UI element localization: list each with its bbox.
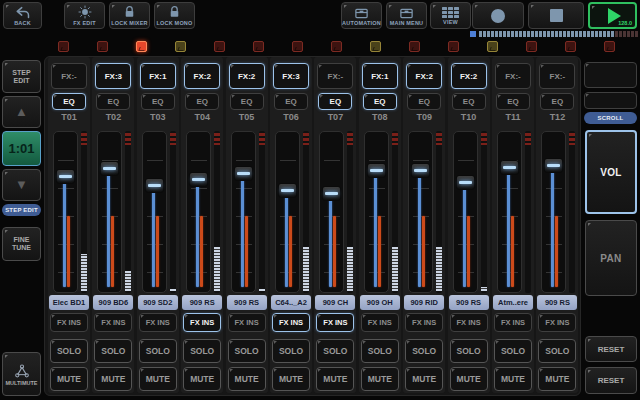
sample-name-badge[interactable]: Elec BD1	[49, 295, 89, 310]
eq-button[interactable]: EQ	[363, 93, 397, 110]
volume-fader[interactable]	[364, 131, 389, 293]
track-pad-indicator[interactable]	[214, 41, 225, 52]
solo-button[interactable]: SOLO	[494, 339, 532, 363]
stop-button[interactable]	[528, 2, 584, 29]
track-pad-indicator[interactable]	[253, 41, 264, 52]
fx-select-button[interactable]: FX:1	[362, 63, 398, 89]
fx-ins-button[interactable]: FX INS	[538, 313, 576, 332]
solo-button[interactable]: SOLO	[139, 339, 177, 363]
pan-mode-button[interactable]: PAN	[585, 220, 637, 296]
fader-handle[interactable]	[322, 186, 341, 201]
track-pad-indicator[interactable]	[331, 41, 342, 52]
volume-fader[interactable]	[319, 131, 344, 293]
reset-bottom-button[interactable]: RESET	[585, 367, 637, 394]
fx-ins-button[interactable]: FX INS	[405, 313, 443, 332]
automation-button[interactable]: AUTOMATION	[341, 2, 382, 29]
fader-handle[interactable]	[234, 166, 253, 181]
fx-ins-button[interactable]: FX INS	[50, 313, 88, 332]
record-button[interactable]	[472, 2, 524, 29]
step-up-button[interactable]: ▲	[2, 96, 41, 128]
fx-ins-button[interactable]: FX INS	[139, 313, 177, 332]
mute-button[interactable]: MUTE	[228, 367, 266, 391]
volume-fader[interactable]	[142, 131, 167, 293]
solo-button[interactable]: SOLO	[450, 339, 488, 363]
fx-ins-button[interactable]: FX INS	[228, 313, 266, 332]
sample-name-badge[interactable]: 909 RID	[404, 295, 444, 310]
volume-fader[interactable]	[186, 131, 211, 293]
sample-name-badge[interactable]: 909 RS	[182, 295, 222, 310]
fx-ins-button[interactable]: FX INS	[494, 313, 532, 332]
volume-fader[interactable]	[53, 131, 78, 293]
mute-button[interactable]: MUTE	[316, 367, 354, 391]
fx-select-button[interactable]: FX:2	[451, 63, 487, 89]
mute-button[interactable]: MUTE	[272, 367, 310, 391]
fader-handle[interactable]	[544, 158, 563, 173]
sample-name-badge[interactable]: 909 BD6	[93, 295, 133, 310]
fx-ins-button[interactable]: FX INS	[183, 313, 221, 332]
song-position-bar[interactable]	[470, 31, 639, 37]
track-pad-indicator[interactable]	[175, 41, 186, 52]
fx-select-button[interactable]: FX:3	[273, 63, 309, 89]
solo-button[interactable]: SOLO	[50, 339, 88, 363]
track-pad-indicator[interactable]	[292, 41, 303, 52]
fx-ins-button[interactable]: FX INS	[450, 313, 488, 332]
fx-ins-button[interactable]: FX INS	[361, 313, 399, 332]
fader-handle[interactable]	[56, 169, 75, 184]
track-pad-indicator[interactable]	[526, 41, 537, 52]
step-down-button[interactable]: ▼	[2, 169, 41, 201]
fx-select-button[interactable]: FX:3	[95, 63, 131, 89]
fader-handle[interactable]	[189, 172, 208, 187]
fader-handle[interactable]	[500, 160, 519, 175]
solo-button[interactable]: SOLO	[183, 339, 221, 363]
track-pad-indicator[interactable]	[487, 41, 498, 52]
volume-fader[interactable]	[541, 131, 566, 293]
solo-button[interactable]: SOLO	[538, 339, 576, 363]
eq-button[interactable]: EQ	[141, 93, 175, 110]
track-pad-indicator[interactable]	[58, 41, 69, 52]
lock-mono-button[interactable]: LOCK MONO	[154, 2, 195, 29]
volume-fader[interactable]	[408, 131, 433, 293]
sample-name-badge[interactable]: 909 SD2	[138, 295, 178, 310]
mute-button[interactable]: MUTE	[361, 367, 399, 391]
reset-top-button[interactable]: RESET	[585, 336, 637, 362]
track-pad-indicator[interactable]	[565, 41, 576, 52]
fx-select-button[interactable]: FX:2	[229, 63, 265, 89]
main-menu-button[interactable]: MAIN MENU	[386, 2, 427, 29]
eq-button[interactable]: EQ	[452, 93, 486, 110]
volume-fader[interactable]	[275, 131, 300, 293]
fx-ins-button[interactable]: FX INS	[94, 313, 132, 332]
sample-name-badge[interactable]: C64.._A2	[271, 295, 311, 310]
sample-name-badge[interactable]: 909 RS	[227, 295, 267, 310]
solo-button[interactable]: SOLO	[228, 339, 266, 363]
eq-button[interactable]: EQ	[407, 93, 441, 110]
fx-ins-button[interactable]: FX INS	[272, 313, 310, 332]
mute-button[interactable]: MUTE	[50, 367, 88, 391]
fx-ins-button[interactable]: FX INS	[316, 313, 354, 332]
mute-button[interactable]: MUTE	[450, 367, 488, 391]
sample-name-badge[interactable]: Atm..ere	[493, 295, 533, 310]
eq-button[interactable]: EQ	[230, 93, 264, 110]
mute-button[interactable]: MUTE	[183, 367, 221, 391]
track-pad-indicator[interactable]	[136, 41, 147, 52]
fader-handle[interactable]	[145, 178, 164, 193]
fine-tune-button[interactable]: FINE TUNE	[2, 227, 41, 261]
track-pad-indicator[interactable]	[604, 41, 615, 52]
eq-button[interactable]: EQ	[52, 93, 86, 110]
view-button[interactable]: VIEW	[430, 2, 471, 29]
fx-select-button[interactable]: FX:2	[184, 63, 220, 89]
fx-select-button[interactable]: FX:-	[51, 63, 87, 89]
fx-select-button[interactable]: FX:2	[406, 63, 442, 89]
sample-name-badge[interactable]: 909 CH	[315, 295, 355, 310]
back-button[interactable]: BACK	[3, 2, 42, 29]
volume-fader[interactable]	[453, 131, 478, 293]
mute-button[interactable]: MUTE	[94, 367, 132, 391]
fx-select-button[interactable]: FX:-	[317, 63, 353, 89]
volume-fader[interactable]	[97, 131, 122, 293]
track-pad-indicator[interactable]	[448, 41, 459, 52]
eq-button[interactable]: EQ	[540, 93, 574, 110]
eq-button[interactable]: EQ	[274, 93, 308, 110]
track-pad-indicator[interactable]	[97, 41, 108, 52]
sample-name-badge[interactable]: 909 RS	[449, 295, 489, 310]
fader-handle[interactable]	[367, 163, 386, 178]
fx-select-button[interactable]: FX:-	[539, 63, 575, 89]
